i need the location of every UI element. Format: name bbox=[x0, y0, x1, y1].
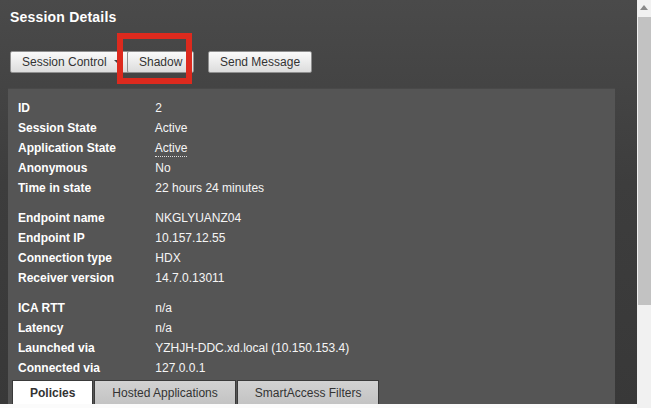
detail-label: Connected via bbox=[18, 358, 152, 378]
table-row: Session State Active bbox=[8, 118, 615, 138]
session-details-panel: ID 2 Session State Active Application St… bbox=[8, 88, 615, 404]
detail-value: 22 hours 24 minutes bbox=[155, 181, 264, 195]
detail-value: NKGLYUANZ04 bbox=[155, 211, 241, 225]
send-message-button[interactable]: Send Message bbox=[208, 51, 312, 73]
detail-value: 127.0.0.1 bbox=[155, 361, 205, 375]
detail-label: Time in state bbox=[18, 178, 152, 198]
table-row: Receiver version 14.7.0.13011 bbox=[8, 268, 615, 288]
table-row: Application State Active bbox=[8, 138, 615, 158]
detail-group-session: ID 2 Session State Active Application St… bbox=[8, 98, 615, 198]
table-row: Connected via 127.0.0.1 bbox=[8, 358, 615, 378]
session-details-page: Session Details Session Control Shadow S… bbox=[0, 0, 651, 408]
table-row: ID 2 bbox=[8, 98, 615, 118]
detail-label: Session State bbox=[18, 118, 152, 138]
tab-content-strip bbox=[0, 404, 637, 408]
shadow-label: Shadow bbox=[139, 55, 182, 69]
table-row: Latency n/a bbox=[8, 318, 615, 338]
table-row: Time in state 22 hours 24 minutes bbox=[8, 178, 615, 198]
detail-label: ICA RTT bbox=[18, 298, 152, 318]
detail-label: Anonymous bbox=[18, 158, 152, 178]
scroll-up-button[interactable] bbox=[637, 0, 651, 15]
detail-group-endpoint: Endpoint name NKGLYUANZ04 Endpoint IP 10… bbox=[8, 208, 615, 288]
detail-label: Launched via bbox=[18, 338, 152, 358]
detail-value: HDX bbox=[155, 251, 180, 265]
session-control-label: Session Control bbox=[22, 55, 107, 69]
detail-value: n/a bbox=[155, 321, 172, 335]
shadow-button[interactable]: Shadow bbox=[127, 51, 194, 73]
table-row: Launched via YZHJH-DDC.xd.local (10.150.… bbox=[8, 338, 615, 358]
detail-value: n/a bbox=[155, 301, 172, 315]
vertical-scrollbar[interactable] bbox=[637, 0, 651, 408]
session-control-button[interactable]: Session Control bbox=[10, 51, 134, 73]
detail-value: 2 bbox=[155, 101, 162, 115]
detail-label: Application State bbox=[18, 138, 152, 158]
detail-label: Latency bbox=[18, 318, 152, 338]
table-row: Endpoint name NKGLYUANZ04 bbox=[8, 208, 615, 228]
application-state-tooltip-value[interactable]: Active bbox=[155, 141, 188, 157]
tab-hosted-applications[interactable]: Hosted Applications bbox=[94, 380, 235, 404]
send-message-label: Send Message bbox=[220, 55, 300, 69]
table-row: Endpoint IP 10.157.12.55 bbox=[8, 228, 615, 248]
detail-value: Active bbox=[155, 121, 188, 135]
detail-label: Endpoint IP bbox=[18, 228, 152, 248]
scroll-up-icon bbox=[640, 5, 648, 10]
detail-label: Endpoint name bbox=[18, 208, 152, 228]
detail-label: Receiver version bbox=[18, 268, 152, 288]
detail-label: ID bbox=[18, 98, 152, 118]
detail-value: 10.157.12.55 bbox=[155, 231, 225, 245]
tab-smartaccess-filters[interactable]: SmartAccess Filters bbox=[237, 380, 380, 404]
page-title: Session Details bbox=[10, 9, 117, 25]
bottom-tab-bar: Policies Hosted Applications SmartAccess… bbox=[8, 380, 615, 404]
table-row: Connection type HDX bbox=[8, 248, 615, 268]
chevron-down-icon bbox=[114, 60, 122, 64]
table-row: ICA RTT n/a bbox=[8, 298, 615, 318]
scrollbar-thumb[interactable] bbox=[638, 17, 651, 305]
detail-value: 14.7.0.13011 bbox=[155, 271, 224, 285]
detail-group-connection: ICA RTT n/a Latency n/a Launched via YZH… bbox=[8, 298, 615, 378]
detail-value: YZHJH-DDC.xd.local (10.150.153.4) bbox=[155, 341, 349, 355]
table-row: Anonymous No bbox=[8, 158, 615, 178]
detail-label: Connection type bbox=[18, 248, 152, 268]
detail-value: No bbox=[155, 161, 170, 175]
